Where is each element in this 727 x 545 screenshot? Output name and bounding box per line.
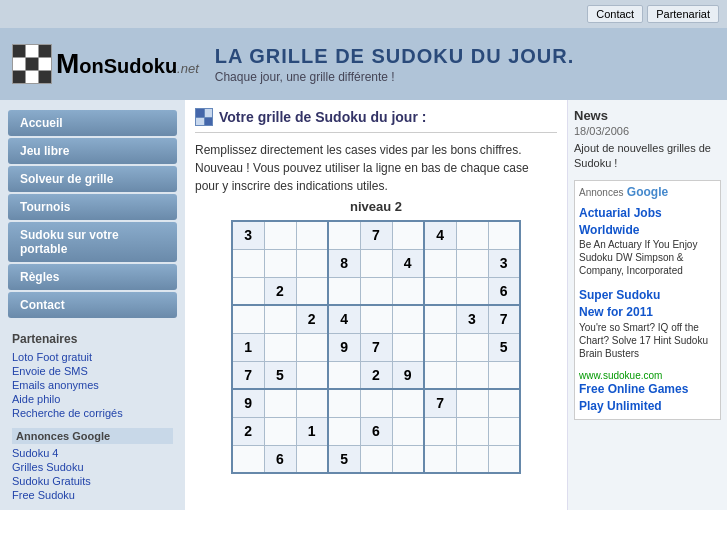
sudoku-cell[interactable] (232, 249, 264, 277)
sudoku-cell[interactable]: 7 (232, 361, 264, 389)
sudoku-cell[interactable] (456, 417, 488, 445)
sudoku-cell[interactable]: 9 (232, 389, 264, 417)
sudoku-cell[interactable] (456, 333, 488, 361)
sudoku-cell[interactable]: 9 (328, 333, 360, 361)
sudoku-cell[interactable] (232, 305, 264, 333)
sudoku-cell[interactable]: 1 (232, 333, 264, 361)
sudoku-cell[interactable] (360, 389, 392, 417)
sudoku-cell[interactable]: 4 (424, 221, 456, 249)
sudoku-cell[interactable] (456, 389, 488, 417)
sudoku-cell[interactable]: 7 (360, 333, 392, 361)
sudoku-cell[interactable]: 6 (360, 417, 392, 445)
sudoku-cell[interactable] (424, 277, 456, 305)
sudoku-cell[interactable] (264, 389, 296, 417)
sudoku-cell[interactable] (296, 277, 328, 305)
sudoku-cell[interactable] (328, 277, 360, 305)
sudoku-cell[interactable]: 6 (488, 277, 520, 305)
sudoku-cell[interactable] (264, 417, 296, 445)
sudoku-cell[interactable] (488, 417, 520, 445)
sudoku-cell[interactable] (392, 445, 424, 473)
sudoku-cell[interactable] (456, 361, 488, 389)
sudoku-cell[interactable] (264, 249, 296, 277)
sudoku-cell[interactable] (424, 445, 456, 473)
sudoku-cell[interactable] (456, 249, 488, 277)
sudoku-cell[interactable]: 7 (488, 305, 520, 333)
sudoku-cell[interactable] (328, 221, 360, 249)
sudoku-cell[interactable] (264, 305, 296, 333)
sudoku-cell[interactable] (264, 333, 296, 361)
partenaire-link[interactable]: Aide philo (0, 392, 185, 406)
sudoku-cell[interactable]: 3 (456, 305, 488, 333)
sudoku-cell[interactable]: 2 (232, 417, 264, 445)
sudoku-cell[interactable] (424, 417, 456, 445)
sudoku-cell[interactable] (360, 445, 392, 473)
ad3-title-link[interactable]: Free Online Games Play Unlimited (579, 381, 716, 415)
sudoku-cell[interactable] (296, 389, 328, 417)
sidebar-item-solveur[interactable]: Solveur de grille (8, 166, 177, 192)
partenariat-button[interactable]: Partenariat (647, 5, 719, 23)
sudoku-cell[interactable]: 2 (296, 305, 328, 333)
sudoku-cell[interactable] (296, 361, 328, 389)
sudoku-cell[interactable]: 8 (328, 249, 360, 277)
sudoku-cell[interactable] (296, 445, 328, 473)
sidebar-item-portable[interactable]: Sudoku sur votre portable (8, 222, 177, 262)
sidebar-item-contact[interactable]: Contact (8, 292, 177, 318)
sudoku-cell[interactable] (456, 277, 488, 305)
partenaire-link[interactable]: Envoie de SMS (0, 364, 185, 378)
sudoku-cell[interactable]: 5 (264, 361, 296, 389)
sidebar-google-link[interactable]: Grilles Sudoku (0, 460, 185, 474)
sudoku-cell[interactable] (392, 389, 424, 417)
sudoku-cell[interactable]: 7 (424, 389, 456, 417)
sudoku-cell[interactable] (488, 221, 520, 249)
sudoku-cell[interactable] (360, 305, 392, 333)
sudoku-cell[interactable]: 3 (232, 221, 264, 249)
sudoku-cell[interactable] (488, 389, 520, 417)
sudoku-cell[interactable] (392, 333, 424, 361)
sidebar-item-accueil[interactable]: Accueil (8, 110, 177, 136)
sudoku-cell[interactable] (392, 277, 424, 305)
sudoku-cell[interactable] (264, 221, 296, 249)
sudoku-cell[interactable] (232, 277, 264, 305)
sudoku-cell[interactable] (360, 249, 392, 277)
sudoku-cell[interactable] (328, 417, 360, 445)
sudoku-cell[interactable] (328, 389, 360, 417)
partenaire-link[interactable]: Loto Foot gratuit (0, 350, 185, 364)
sidebar-item-tournois[interactable]: Tournois (8, 194, 177, 220)
contact-button[interactable]: Contact (587, 5, 643, 23)
sudoku-cell[interactable] (392, 305, 424, 333)
ad1-title-link[interactable]: Actuarial Jobs Worldwide (579, 205, 716, 239)
sudoku-cell[interactable] (328, 361, 360, 389)
sudoku-cell[interactable] (296, 333, 328, 361)
sidebar-google-link[interactable]: Sudoku Gratuits (0, 474, 185, 488)
partenaire-link[interactable]: Recherche de corrigés (0, 406, 185, 420)
sudoku-cell[interactable] (424, 333, 456, 361)
sudoku-cell[interactable] (424, 361, 456, 389)
sudoku-cell[interactable]: 7 (360, 221, 392, 249)
sudoku-cell[interactable]: 5 (488, 333, 520, 361)
sudoku-cell[interactable]: 6 (264, 445, 296, 473)
sudoku-cell[interactable]: 2 (264, 277, 296, 305)
sudoku-cell[interactable]: 4 (328, 305, 360, 333)
sidebar-item-regles[interactable]: Règles (8, 264, 177, 290)
sudoku-cell[interactable] (232, 445, 264, 473)
sudoku-cell[interactable] (456, 221, 488, 249)
sidebar-google-link[interactable]: Sudoku 4 (0, 446, 185, 460)
sudoku-cell[interactable] (488, 361, 520, 389)
sudoku-cell[interactable] (488, 445, 520, 473)
sudoku-cell[interactable]: 2 (360, 361, 392, 389)
sudoku-cell[interactable]: 1 (296, 417, 328, 445)
sudoku-cell[interactable] (296, 221, 328, 249)
sudoku-cell[interactable] (392, 221, 424, 249)
sudoku-cell[interactable] (456, 445, 488, 473)
sudoku-cell[interactable] (296, 249, 328, 277)
sudoku-cell[interactable]: 3 (488, 249, 520, 277)
sudoku-cell[interactable] (424, 249, 456, 277)
sudoku-cell[interactable]: 5 (328, 445, 360, 473)
sudoku-cell[interactable] (392, 417, 424, 445)
partenaire-link[interactable]: Emails anonymes (0, 378, 185, 392)
sudoku-cell[interactable] (360, 277, 392, 305)
sudoku-cell[interactable]: 9 (392, 361, 424, 389)
sidebar-item-jeu-libre[interactable]: Jeu libre (8, 138, 177, 164)
sidebar-google-link[interactable]: Free Sudoku (0, 488, 185, 502)
sudoku-cell[interactable] (424, 305, 456, 333)
